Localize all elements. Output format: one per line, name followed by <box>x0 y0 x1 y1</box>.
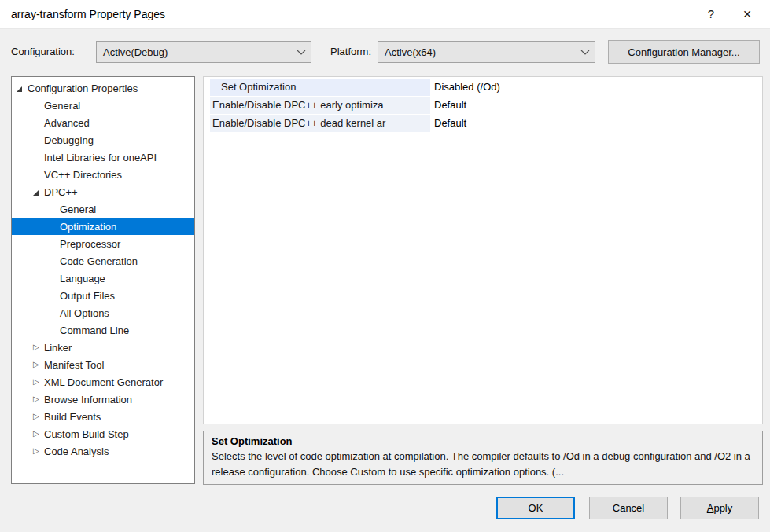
tree-item[interactable]: Code Analysis <box>12 442 194 460</box>
tree-item[interactable]: Advanced <box>12 114 194 131</box>
cancel-button[interactable]: Cancel <box>589 497 668 519</box>
tree-item-label: Debugging <box>44 134 94 146</box>
platform-select[interactable]: Active(x64) <box>378 41 595 63</box>
tree-item-label: Optimization <box>60 221 116 233</box>
description-text: Selects the level of code optimization a… <box>212 449 754 480</box>
property-value-cell[interactable]: Disabled (/Od) <box>430 79 762 96</box>
property-name-cell: Set Optimization <box>210 79 430 96</box>
tree-item-label: Browse Information <box>44 394 132 405</box>
property-name-cell: Enable/Disable DPC++ early optimiza <box>210 97 430 114</box>
configuration-label: Configuration: <box>11 41 75 63</box>
tree-item-label: Language <box>60 273 105 284</box>
property-row[interactable]: Set Optimization Disabled (/Od) <box>204 79 762 96</box>
tree-item-label: Custom Build Step <box>44 428 129 440</box>
tree-expander-icon <box>17 83 28 94</box>
tree-item-label: Linker <box>44 342 72 354</box>
tree-item[interactable]: Preprocessor <box>12 235 194 252</box>
tree-item[interactable]: Language <box>12 270 194 287</box>
chevron-down-icon <box>292 50 311 55</box>
close-icon: ✕ <box>742 8 752 20</box>
tree-item-label: Output Files <box>60 290 115 302</box>
tree-item-label: Intel Libraries for oneAPI <box>44 152 157 163</box>
help-icon: ? <box>708 7 714 20</box>
description-panel: Set Optimization Selects the level of co… <box>203 431 763 485</box>
tree-item-label: Preprocessor <box>60 238 120 250</box>
tree-expander-icon <box>33 186 44 198</box>
tree-expander-icon <box>33 428 44 440</box>
tree-item[interactable]: Browse Information <box>12 391 194 408</box>
tree-item[interactable]: Build Events <box>12 408 194 425</box>
tree-item-label: Configuration Properties <box>28 83 138 94</box>
window-title: array-transform Property Pages <box>11 0 165 28</box>
tree-item[interactable]: DPC++ <box>12 183 194 200</box>
tree-item-label: Code Analysis <box>44 446 109 457</box>
configuration-tree: Configuration Properties General Advance… <box>11 76 195 484</box>
tree-item[interactable]: Intel Libraries for oneAPI <box>12 149 194 166</box>
tree-item-label: General <box>44 100 80 112</box>
tree-item-label: Advanced <box>44 117 90 129</box>
tree-item-label: Command Line <box>60 325 129 336</box>
tree-item[interactable]: Output Files <box>12 287 194 304</box>
tree-item-label: DPC++ <box>44 186 78 198</box>
property-row[interactable]: Enable/Disable DPC++ early optimiza Defa… <box>204 97 762 114</box>
help-button[interactable]: ? <box>694 0 728 28</box>
tree-expander-icon <box>33 446 44 457</box>
tree-expander-icon <box>33 394 44 405</box>
platform-selected-value: Active(x64) <box>378 46 576 58</box>
tree-item[interactable]: Manifest Tool <box>12 356 194 373</box>
tree-item[interactable]: Custom Build Step <box>12 425 194 442</box>
tree-item[interactable]: General <box>12 200 194 218</box>
ok-button[interactable]: OK <box>496 497 575 519</box>
tree-item[interactable]: Linker <box>12 339 194 356</box>
tree-item[interactable]: Code Generation <box>12 252 194 270</box>
configuration-manager-button[interactable]: Configuration Manager... <box>608 40 760 64</box>
tree-expander-icon <box>33 376 44 388</box>
tree-item[interactable]: Debugging <box>12 131 194 149</box>
tree-item-label: XML Document Generator <box>44 376 163 388</box>
tree-expander-icon <box>33 411 44 423</box>
tree-item-label: All Options <box>60 307 109 319</box>
apply-label-rest: pply <box>713 502 732 514</box>
tree-item-label: Code Generation <box>60 255 138 267</box>
tree-item-label: VC++ Directories <box>44 169 122 181</box>
tree-item[interactable]: All Options <box>12 304 194 321</box>
tree-expander-icon <box>33 359 44 371</box>
property-pages-dialog: array-transform Property Pages ? ✕ Confi… <box>0 0 770 532</box>
property-value-cell[interactable]: Default <box>430 115 762 132</box>
property-row[interactable]: Enable/Disable DPC++ dead kernel ar Defa… <box>204 115 762 132</box>
tree-item-label: Build Events <box>44 411 101 423</box>
tree-item[interactable]: Configuration Properties <box>12 79 194 97</box>
tree-item-label: General <box>60 204 96 215</box>
chevron-down-icon <box>576 50 595 55</box>
apply-button[interactable]: Apply <box>680 497 759 519</box>
tree-item[interactable]: XML Document Generator <box>12 373 194 391</box>
tree-expander-icon <box>33 342 44 354</box>
tree-item-label: Manifest Tool <box>44 359 104 371</box>
property-value-cell[interactable]: Default <box>430 97 762 114</box>
tree-item[interactable]: Optimization <box>12 218 194 235</box>
configuration-selected-value: Active(Debug) <box>97 46 292 58</box>
property-grid: Set Optimization Disabled (/Od) Enable/D… <box>203 76 763 424</box>
titlebar: array-transform Property Pages ? ✕ <box>0 0 770 29</box>
tree-item[interactable]: Command Line <box>12 321 194 339</box>
property-name-cell: Enable/Disable DPC++ dead kernel ar <box>210 115 430 132</box>
description-title: Set Optimization <box>212 435 754 447</box>
platform-label: Platform: <box>330 41 371 63</box>
close-button[interactable]: ✕ <box>731 0 764 28</box>
configuration-select[interactable]: Active(Debug) <box>96 41 311 63</box>
tree-item[interactable]: General <box>12 97 194 114</box>
tree-item[interactable]: VC++ Directories <box>12 166 194 183</box>
